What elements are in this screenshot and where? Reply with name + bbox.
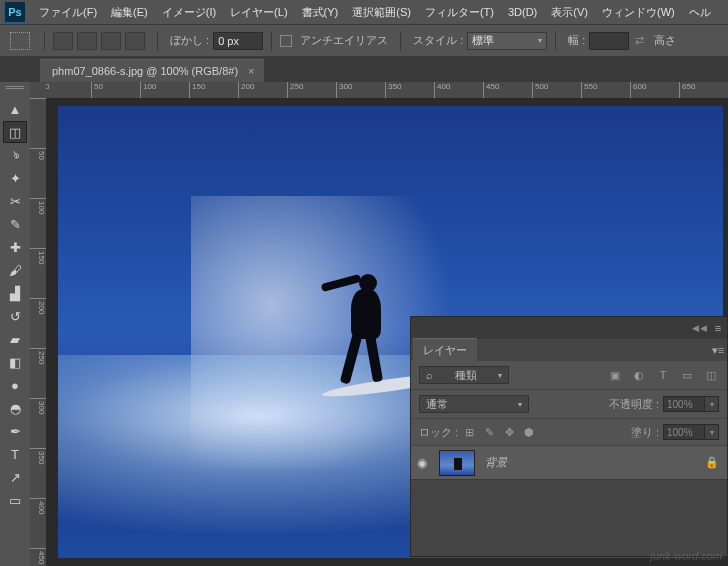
- opacity-input[interactable]: 100%: [663, 396, 705, 412]
- antialias-checkbox[interactable]: [280, 35, 292, 47]
- menu-bar: Ps ファイル(F) 編集(E) イメージ(I) レイヤー(L) 書式(Y) 選…: [0, 0, 728, 24]
- menu-image[interactable]: イメージ(I): [155, 1, 223, 24]
- menu-filter[interactable]: フィルター(T): [418, 1, 501, 24]
- lock-fill-row: ロック : ⊞ ✎ ✥ ⬢ 塗り : 100% ▾: [411, 419, 727, 446]
- crop-tool-icon[interactable]: ✂: [3, 190, 27, 212]
- document-tab-title: phm07_0866-s.jpg @ 100% (RGB/8#): [52, 65, 238, 77]
- history-brush-tool-icon[interactable]: ↺: [3, 305, 27, 327]
- marquee-tool-icon[interactable]: ◫: [3, 121, 27, 143]
- lock-all-icon[interactable]: ⬢: [522, 425, 536, 439]
- fill-dropdown-icon[interactable]: ▾: [705, 424, 719, 440]
- lasso-tool-icon[interactable]: ঌ: [3, 144, 27, 166]
- ps-logo: Ps: [4, 1, 26, 23]
- eyedropper-tool-icon[interactable]: ✎: [3, 213, 27, 235]
- options-bar: ぼかし : アンチエイリアス スタイル : 標準 ▾ 幅 : ⇄ 高さ: [0, 24, 728, 56]
- style-value: 標準: [472, 33, 494, 48]
- ruler-vertical: 50100150200250300350400450: [30, 82, 46, 566]
- eraser-tool-icon[interactable]: ▰: [3, 328, 27, 350]
- path-tool-icon[interactable]: ↗: [3, 466, 27, 488]
- menu-help[interactable]: ヘル: [682, 1, 718, 24]
- move-tool-icon[interactable]: ▲: [3, 98, 27, 120]
- lock-brush-icon[interactable]: ✎: [482, 425, 496, 439]
- toolbox: ▲ ◫ ঌ ✦ ✂ ✎ ✚ 🖌 ▟ ↺ ▰ ◧ ● ◓ ✒ T ↗ ▭: [0, 82, 30, 566]
- heal-tool-icon[interactable]: ✚: [3, 236, 27, 258]
- menu-window[interactable]: ウィンドウ(W): [595, 1, 682, 24]
- layers-panel-header[interactable]: ◀◀ ≡: [411, 317, 727, 339]
- brush-tool-icon[interactable]: 🖌: [3, 259, 27, 281]
- menu-layer[interactable]: レイヤー(L): [223, 1, 294, 24]
- selection-new-icon[interactable]: [53, 32, 73, 50]
- opacity-label: 不透明度 :: [609, 397, 659, 412]
- feather-input[interactable]: [213, 32, 263, 50]
- menu-select[interactable]: 選択範囲(S): [345, 1, 418, 24]
- layer-kind-filter[interactable]: ⌕ 種類 ▾: [419, 366, 509, 384]
- shape-tool-icon[interactable]: ▭: [3, 489, 27, 511]
- selection-subtract-icon[interactable]: [101, 32, 121, 50]
- style-select[interactable]: 標準 ▾: [467, 32, 547, 50]
- search-icon: ⌕: [426, 369, 433, 381]
- feather-label: ぼかし :: [170, 33, 209, 48]
- layer-name[interactable]: 背景: [485, 455, 705, 470]
- layers-panel-tabs: レイヤー ▾≡: [411, 339, 727, 361]
- antialias-label: アンチエイリアス: [300, 33, 388, 48]
- stamp-tool-icon[interactable]: ▟: [3, 282, 27, 304]
- fill-input[interactable]: 100%: [663, 424, 705, 440]
- layer-row[interactable]: ◉ 背景 🔒: [411, 446, 727, 480]
- menu-view[interactable]: 表示(V): [544, 1, 595, 24]
- visibility-icon[interactable]: ◉: [417, 456, 433, 470]
- lock-position-icon[interactable]: ✥: [502, 425, 516, 439]
- layer-filter-row: ⌕ 種類 ▾ ▣ ◐ T ▭ ◫: [411, 361, 727, 390]
- filter-type-icon[interactable]: T: [655, 368, 671, 382]
- dodge-tool-icon[interactable]: ◓: [3, 397, 27, 419]
- link-dims-icon[interactable]: ⇄: [635, 34, 644, 47]
- close-icon[interactable]: ×: [248, 65, 254, 77]
- chevron-down-icon: ▾: [538, 36, 542, 45]
- document-tab-row: phm07_0866-s.jpg @ 100% (RGB/8#) ×: [0, 56, 728, 82]
- filter-shape-icon[interactable]: ▭: [679, 368, 695, 382]
- blend-mode-select[interactable]: 通常 ▾: [419, 395, 529, 413]
- lock-pixels-icon[interactable]: ⊞: [462, 425, 476, 439]
- blend-opacity-row: 通常 ▾ 不透明度 : 100% ▾: [411, 390, 727, 419]
- layer-kind-label: 種類: [455, 368, 477, 383]
- selection-add-icon[interactable]: [77, 32, 97, 50]
- filter-pixel-icon[interactable]: ▣: [607, 368, 623, 382]
- layer-list: ◉ 背景 🔒: [411, 446, 727, 556]
- chevron-down-icon: ▾: [518, 400, 522, 409]
- fill-label: 塗り :: [631, 425, 659, 440]
- lock-label: ロック :: [419, 425, 458, 440]
- menu-type[interactable]: 書式(Y): [295, 1, 346, 24]
- menu-3d[interactable]: 3D(D): [501, 2, 544, 22]
- opacity-dropdown-icon[interactable]: ▾: [705, 396, 719, 412]
- panel-collapse-icon[interactable]: ◀◀: [691, 323, 709, 333]
- layers-tab[interactable]: レイヤー: [413, 338, 477, 362]
- selection-intersect-icon[interactable]: [125, 32, 145, 50]
- panel-flyout-icon[interactable]: ▾≡: [709, 344, 727, 357]
- ruler-horizontal: 050100150200250300350400450500550600650: [42, 82, 728, 98]
- menu-edit[interactable]: 編集(E): [104, 1, 155, 24]
- document-tab[interactable]: phm07_0866-s.jpg @ 100% (RGB/8#) ×: [40, 59, 264, 82]
- watermark: junk-word.com: [650, 550, 722, 562]
- panel-menu-icon[interactable]: ≡: [709, 322, 727, 334]
- filter-adjust-icon[interactable]: ◐: [631, 368, 647, 382]
- blend-mode-value: 通常: [426, 397, 448, 412]
- chevron-down-icon: ▾: [498, 371, 502, 380]
- wand-tool-icon[interactable]: ✦: [3, 167, 27, 189]
- layers-panel: ◀◀ ≡ レイヤー ▾≡ ⌕ 種類 ▾ ▣ ◐ T ▭ ◫ 通常 ▾ 不透明度 …: [410, 316, 728, 557]
- type-tool-icon[interactable]: T: [3, 443, 27, 465]
- layer-lock-icon: 🔒: [705, 456, 719, 469]
- filter-smart-icon[interactable]: ◫: [703, 368, 719, 382]
- width-input[interactable]: [589, 32, 629, 50]
- gradient-tool-icon[interactable]: ◧: [3, 351, 27, 373]
- layer-thumbnail[interactable]: [439, 450, 475, 476]
- height-label: 高さ: [654, 33, 676, 48]
- pen-tool-icon[interactable]: ✒: [3, 420, 27, 442]
- menu-file[interactable]: ファイル(F): [32, 1, 104, 24]
- tool-preset-icon[interactable]: [10, 32, 30, 50]
- blur-tool-icon[interactable]: ●: [3, 374, 27, 396]
- toolbox-handle-icon[interactable]: [3, 86, 27, 94]
- style-label: スタイル :: [413, 33, 463, 48]
- width-label: 幅 :: [568, 33, 585, 48]
